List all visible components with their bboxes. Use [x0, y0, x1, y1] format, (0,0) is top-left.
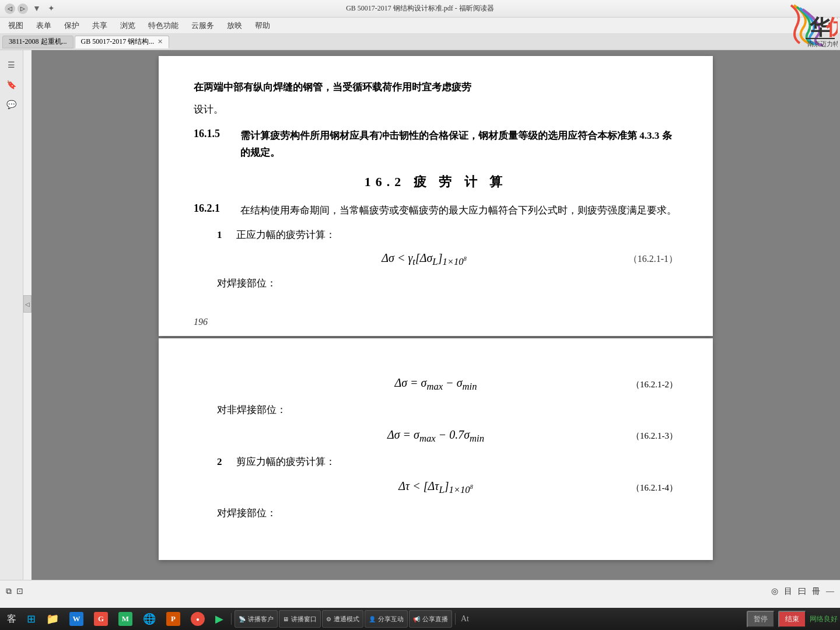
- title-left-controls: ◁ ▷ ▼ ✦: [5, 2, 57, 15]
- sidebar-bookmark-icon[interactable]: 🔖: [3, 76, 20, 93]
- watermark-area: 华 仿 南京迈力特力: [744, 2, 838, 49]
- taskbar-running-broadcast-client[interactable]: 📡 讲播客户: [235, 610, 278, 628]
- status-copy-icon[interactable]: ⧉: [6, 587, 12, 596]
- item1-label: 1: [217, 229, 222, 240]
- tab-cranes[interactable]: 3811-2008 起重机...: [2, 36, 74, 48]
- back-button[interactable]: ◁: [5, 4, 15, 14]
- formula-16-2-1-1: Δσ < γt[ΔσL]1×108: [264, 251, 584, 268]
- svg-text:南京迈力特力: 南京迈力特力: [807, 40, 838, 47]
- status-split-icon[interactable]: 冊: [812, 586, 820, 597]
- status-paste-icon[interactable]: ⊡: [16, 586, 23, 596]
- taskbar-start[interactable]: 客: [2, 610, 21, 628]
- g-icon: G: [94, 612, 108, 626]
- quick-access-icon[interactable]: ✦: [46, 2, 57, 15]
- formula-16-2-1-4-ref: （16.2.1-4）: [631, 482, 678, 494]
- ppt-icon: P: [166, 612, 180, 626]
- broadcast-window-label: 讲播窗口: [291, 615, 317, 624]
- svg-text:仿: 仿: [825, 16, 838, 39]
- weld-label: 对焊接部位：: [194, 275, 678, 293]
- formula-16-2-1-2-line: Δσ = σmax − σmin （16.2.1-2）: [194, 376, 678, 393]
- menu-help[interactable]: 帮助: [249, 19, 276, 33]
- taskbar-app-windows[interactable]: ⊞: [22, 610, 40, 628]
- taskbar-right: 暂停 结束 网络良好: [747, 611, 838, 628]
- taskbar-sep-1: [231, 613, 232, 625]
- pdf-page-2: Δσ = σmax − σmin （16.2.1-2） 对非焊接部位： Δσ =…: [159, 338, 713, 560]
- menu-feature[interactable]: 特色功能: [142, 19, 184, 33]
- formula-16-2-1-3-line: Δσ = σmax − 0.7σmin （16.2.1-3）: [194, 428, 678, 444]
- statusbar: ⧉ ⊡ ◎ 目 曰 冊 —: [0, 580, 840, 602]
- taskbar-app-wb[interactable]: W: [65, 610, 88, 628]
- at-indicator: At: [459, 614, 471, 624]
- taskbar-app-browser[interactable]: 🌐: [138, 610, 160, 628]
- page-number-1: 196: [194, 317, 208, 327]
- formula-16-2-1-1-ref: （16.2.1-1）: [584, 253, 678, 265]
- taskbar-running-broadcast-window[interactable]: 🖥 讲播窗口: [279, 610, 321, 628]
- menu-protect[interactable]: 保护: [58, 19, 85, 33]
- taskbar-app-red[interactable]: ●: [186, 610, 209, 628]
- sidebar-annot-icon[interactable]: 💬: [3, 96, 20, 113]
- tab-cranes-label: 3811-2008 起重机...: [9, 37, 67, 47]
- public-broadcast-icon: 📢: [413, 616, 420, 622]
- section-16-2-1-num: 16.2.1: [194, 202, 240, 219]
- status-right: ◎ 目 曰 冊 —: [771, 586, 834, 597]
- tab-gb50017-label: GB 50017-2017 钢结构...: [81, 37, 155, 47]
- formula-16-2-1-4-line: Δτ < [ΔτL]1×108 （16.2.1-4）: [194, 480, 678, 496]
- normal-mode-icon: ⚙: [326, 616, 331, 622]
- end-button[interactable]: 结束: [778, 611, 806, 628]
- watermark-logo: 华 仿 南京迈力特力: [744, 2, 838, 49]
- menu-view[interactable]: 视图: [2, 19, 29, 33]
- pause-button[interactable]: 暂停: [747, 611, 775, 628]
- section-16-1-5-text: 需计算疲劳构件所用钢材应具有冲击韧性的合格保证，钢材质量等级的选用应符合本标准第…: [240, 128, 678, 162]
- taskbar-app-play[interactable]: ▶: [211, 610, 228, 628]
- formula-16-2-1-1-line: Δσ < γt[ΔσL]1×108 （16.2.1-1）: [194, 251, 678, 268]
- tab-close-icon[interactable]: ✕: [158, 38, 163, 46]
- menu-cloud[interactable]: 云服务: [186, 19, 220, 33]
- pdf-viewer[interactable]: 在两端中部有纵向焊缝的钢管，当受循环载荷作用时宜考虑疲劳 设计。 16.1.5 …: [32, 50, 840, 580]
- windows-icon: ⊞: [27, 612, 36, 625]
- non-weld-label: 对非焊接部位：: [194, 401, 678, 419]
- taskbar-running-normal-mode[interactable]: ⚙ 遭通模式: [322, 610, 363, 628]
- tab-gb50017[interactable]: GB 50017-2017 钢结构... ✕: [75, 36, 170, 48]
- folder-icon: 📁: [46, 612, 59, 625]
- formula-16-2-1-3-ref: （16.2.1-3）: [631, 430, 678, 442]
- menubar: 视图 表单 保护 共享 浏览 特色功能 云服务 放映 帮助 华 仿 南京迈力特力: [0, 18, 840, 34]
- start-icon: 客: [7, 613, 16, 625]
- window-title: GB 50017-2017 钢结构设计标准.pdf - 福昕阅读器: [346, 4, 494, 13]
- taskbar-running-share-interact[interactable]: 👤 分享互动: [365, 610, 408, 628]
- status-zoom-out-icon[interactable]: —: [826, 587, 834, 596]
- page1-continuation-header: 在两端中部有纵向焊缝的钢管，当受循环载荷作用时宜考虑疲劳: [194, 79, 678, 96]
- wb-icon: W: [69, 612, 83, 626]
- sidebar-pages-icon[interactable]: ☰: [3, 56, 20, 74]
- forward-button[interactable]: ▷: [18, 4, 28, 14]
- taskbar-running-public-broadcast[interactable]: 📢 公享直播: [409, 610, 452, 628]
- status-fit-icon[interactable]: 曰: [798, 586, 806, 597]
- nav-menu-arrow[interactable]: ▼: [30, 3, 43, 15]
- page-num-text: 196: [194, 317, 208, 327]
- section-16-2-1-text: 在结构使用寿命期间，当常幅疲劳或变幅疲劳的最大应力幅符合下列公式时，则疲劳强度满…: [240, 202, 677, 219]
- share-interact-label: 分享互动: [378, 615, 404, 624]
- tabbar: 3811-2008 起重机... GB 50017-2017 钢结构... ✕: [0, 34, 840, 50]
- taskbar-app-m[interactable]: M: [114, 610, 137, 628]
- menu-browse[interactable]: 浏览: [114, 19, 141, 33]
- status-page-icon[interactable]: 目: [784, 586, 792, 597]
- item2: 2 剪应力幅的疲劳计算：: [194, 453, 678, 471]
- menu-share[interactable]: 共享: [86, 19, 113, 33]
- status-view-icon[interactable]: ◎: [771, 586, 778, 596]
- taskbar-app-ppt[interactable]: P: [162, 610, 185, 628]
- section-16-1-5: 16.1.5 需计算疲劳构件所用钢材应具有冲击韧性的合格保证，钢材质量等级的选用…: [194, 128, 678, 162]
- taskbar-app-g[interactable]: G: [89, 610, 113, 628]
- formula-16-2-1-2-ref: （16.2.1-2）: [631, 379, 678, 390]
- menu-form[interactable]: 表单: [30, 19, 57, 33]
- page1-design-text: 设计。: [194, 101, 678, 119]
- item2-text: 剪应力幅的疲劳计算：: [236, 456, 335, 467]
- broadcast-window-icon: 🖥: [283, 616, 289, 622]
- collapse-sidebar-button[interactable]: ◁: [23, 295, 32, 313]
- public-broadcast-label: 公享直播: [422, 615, 448, 624]
- play-icon: ▶: [215, 612, 223, 625]
- item2-label: 2: [217, 456, 222, 467]
- share-interact-icon: 👤: [369, 616, 376, 622]
- titlebar: ◁ ▷ ▼ ✦ GB 50017-2017 钢结构设计标准.pdf - 福昕阅读…: [0, 0, 840, 18]
- taskbar-app-folder[interactable]: 📁: [41, 610, 64, 628]
- menu-present[interactable]: 放映: [221, 19, 248, 33]
- item1-text: 正应力幅的疲劳计算：: [236, 229, 335, 240]
